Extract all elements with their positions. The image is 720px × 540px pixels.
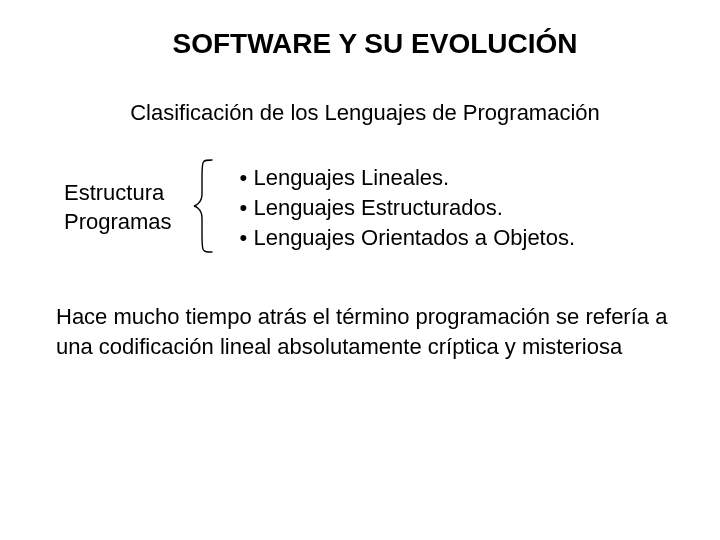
bullet-item-2: Lenguajes Estructurados. [240, 193, 575, 223]
left-label-line1: Estructura [64, 179, 172, 208]
bullet-list: Lenguajes Lineales. Lenguajes Estructura… [218, 163, 575, 252]
page-title: SOFTWARE Y SU EVOLUCIÓN [0, 0, 720, 60]
subtitle: Clasificación de los Lenguajes de Progra… [0, 60, 720, 126]
brace-icon [190, 158, 218, 258]
bullet-item-3: Lenguajes Orientados a Objetos. [240, 223, 575, 253]
body-paragraph: Hace mucho tiempo atrás el término progr… [0, 258, 720, 361]
classification-row: Estructura Programas Lenguajes Lineales.… [0, 126, 720, 258]
bullet-item-1: Lenguajes Lineales. [240, 163, 575, 193]
left-label: Estructura Programas [64, 179, 190, 236]
left-label-line2: Programas [64, 208, 172, 237]
